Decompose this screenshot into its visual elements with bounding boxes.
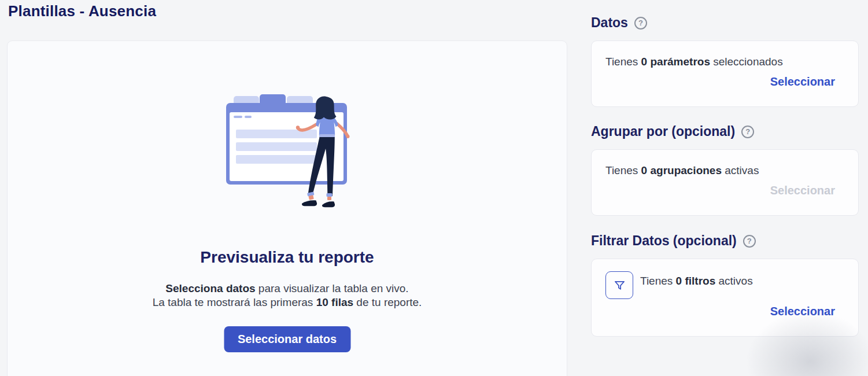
help-icon[interactable]: ? — [634, 17, 647, 30]
select-data-button[interactable]: Seleccionar datos — [224, 326, 350, 352]
page-title: Plantillas - Ausencia — [8, 2, 156, 20]
help-icon[interactable]: ? — [741, 126, 754, 138]
section-title-agrupar: Agrupar por (opcional) — [591, 124, 735, 139]
empty-state-illustration — [215, 87, 365, 212]
section-card-datos: Tienes 0 parámetros seleccionados Selecc… — [591, 40, 859, 107]
preview-description: Selecciona datos para visualizar la tabl… — [8, 282, 567, 309]
section-heading-filtrar: Filtrar Datos (opcional) ? — [591, 233, 756, 249]
status-text-filtrar: Tienes 0 filtros activos — [640, 275, 753, 287]
sidebar: Datos ? Tienes 0 parámetros seleccionado… — [591, 0, 859, 376]
screen: Plantillas - Ausencia — [0, 0, 868, 376]
section-title-datos: Datos — [591, 15, 628, 31]
seleccionar-link-agrupar[interactable]: Seleccionar — [770, 184, 835, 197]
section-card-agrupar: Tienes 0 agrupaciones activas Selecciona… — [591, 149, 859, 216]
seleccionar-link-datos[interactable]: Seleccionar — [770, 75, 835, 89]
status-text-agrupar: Tienes 0 agrupaciones activas — [605, 164, 759, 177]
filter-icon — [613, 279, 626, 292]
section-title-filtrar: Filtrar Datos (opcional) — [591, 233, 737, 249]
filter-icon-button[interactable] — [605, 271, 633, 299]
preview-panel: Previsualiza tu reporte Selecciona datos… — [7, 40, 567, 376]
section-heading-agrupar: Agrupar por (opcional) ? — [591, 124, 754, 139]
section-heading-datos: Datos ? — [591, 15, 647, 31]
section-card-filtrar: Tienes 0 filtros activos Seleccionar — [591, 259, 859, 337]
preview-heading: Previsualiza tu reporte — [8, 248, 567, 267]
help-icon[interactable]: ? — [743, 235, 756, 248]
seleccionar-link-filtrar[interactable]: Seleccionar — [770, 305, 835, 318]
status-text-datos: Tienes 0 parámetros seleccionados — [605, 56, 783, 68]
